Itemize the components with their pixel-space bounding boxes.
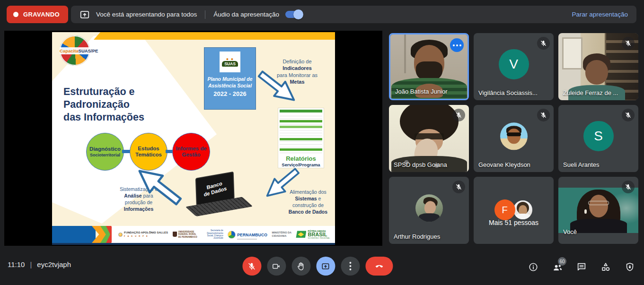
chat-button[interactable] xyxy=(576,261,587,273)
divider xyxy=(205,10,205,19)
feeding-text: Alimentação dos Sistemas e construção de… xyxy=(283,189,333,215)
logo-word-1: Capacita xyxy=(60,48,79,53)
plan-line1: Plano Municipal de xyxy=(207,76,252,82)
feed-l2: e xyxy=(317,196,321,201)
feed-l4: Banco de Dados xyxy=(283,209,333,216)
leave-call-button[interactable] xyxy=(365,257,393,276)
avatar-letter: F xyxy=(502,205,507,216)
host-controls-button[interactable] xyxy=(624,261,635,273)
presenting-banner: Você está apresentando para todos Áudio … xyxy=(71,6,636,23)
tile-voce[interactable]: Você xyxy=(558,177,638,244)
mic-off-icon xyxy=(537,37,550,50)
suas-logo: ● ● SUAS xyxy=(220,52,240,72)
fundacao-text: FUNDAÇÃO APOLÔNIO SALLES xyxy=(124,231,168,234)
raise-hand-button[interactable] xyxy=(291,257,310,276)
circle-estudos-l1: Estudos xyxy=(138,146,159,152)
indicators-l2: Indicadores xyxy=(271,65,324,71)
plan-municipal-box: ● ● SUAS Plano Municipal de Assistência … xyxy=(204,47,256,110)
stop-presenting-button[interactable]: Parar apresentação xyxy=(572,11,628,18)
feed-l1: Alimentação dos xyxy=(283,189,333,196)
recording-dot-icon xyxy=(13,12,18,17)
present-screen-icon xyxy=(79,9,90,20)
plan-line2: Assistência Social xyxy=(208,82,252,89)
avatar-letter: S xyxy=(594,129,603,144)
slide-title-line2: Padronização xyxy=(63,98,177,111)
meeting-code: eyc2tvjaph xyxy=(37,260,71,268)
bottom-bar: 11:10 | eyc2tvjaph xyxy=(0,247,644,285)
fundacao-subtext: F A D U R P E xyxy=(124,235,149,237)
activities-button[interactable] xyxy=(600,261,611,273)
circle-informes-l1: Informes de xyxy=(176,146,206,152)
clock: 11:10 xyxy=(8,260,25,268)
mic-off-icon xyxy=(622,37,635,50)
report-title: Relatórios xyxy=(280,155,322,162)
presentation-audio-label: Áudio da apresentação xyxy=(213,11,279,18)
camera-toggle-button[interactable] xyxy=(267,257,286,276)
logo-word-2: SUAS/PE xyxy=(79,48,98,53)
mic-off-icon xyxy=(452,181,465,193)
participant-name: Geovane Kleydson xyxy=(478,161,530,168)
footer-blue-band xyxy=(52,226,96,243)
avatar-photo xyxy=(415,194,443,222)
ufrpe-crest-icon xyxy=(173,232,177,237)
presenting-label: Você está apresentando para todos xyxy=(96,11,197,18)
capacitasuas-logo: CapacitaSUAS/PE xyxy=(60,35,90,66)
tile-arthur[interactable]: Arthur Rodrigues xyxy=(389,177,469,244)
participant-name: Zuleide Ferraz de ... xyxy=(563,89,618,96)
tile-more-people[interactable]: F Mais 51 pessoas xyxy=(474,177,554,244)
recording-badge: GRAVANDO xyxy=(7,6,68,23)
tile-joao-batista[interactable]: João Batista Junior xyxy=(389,33,469,100)
avatar: S xyxy=(583,121,614,151)
panel-buttons: 60 xyxy=(528,261,635,273)
presentation-audio-toggle[interactable] xyxy=(285,11,302,18)
report-header-bar xyxy=(280,110,322,112)
presentation-stage[interactable]: CapacitaSUAS/PE Estruturação e Padroniza… xyxy=(4,31,382,246)
meeting-info: 11:10 | eyc2tvjaph xyxy=(8,260,71,268)
circle-diagnostico-l2: Socioterritorial xyxy=(90,153,120,157)
tile-options-button[interactable] xyxy=(450,38,464,52)
meeting-details-button[interactable] xyxy=(528,261,539,273)
more-people-label: Mais 51 pessoas xyxy=(474,219,554,226)
mic-off-icon xyxy=(537,109,550,121)
more-options-button[interactable] xyxy=(341,257,360,276)
logo-ufrpe: UNIVERSIDADE FEDERAL RURALDE PERNAMBUCO xyxy=(173,231,198,238)
avatar-letter: V xyxy=(509,57,518,72)
footer-navy-line xyxy=(52,243,335,245)
brasil-gov-text: GOVERNO FEDERAL xyxy=(308,237,330,239)
tile-sueli[interactable]: S Sueli Arantes xyxy=(558,105,638,172)
logo-ministerio: MINISTÉRIO DACIDADANIA xyxy=(272,231,292,238)
present-button[interactable] xyxy=(316,257,335,276)
tile-spsd[interactable]: SPSD dpsb Goiana xyxy=(389,105,469,172)
sys-l2-bold: Análise xyxy=(124,193,141,199)
report-image: Relatórios Serviço/Programa xyxy=(278,108,324,168)
logo-secretaria: Secretaria de Desenvolvimento Social, Cr… xyxy=(203,229,223,240)
participant-count-badge: 60 xyxy=(558,257,566,266)
avatar: V xyxy=(499,49,529,79)
mic-toggle-button[interactable] xyxy=(242,257,261,276)
circle-diagnostico: Diagnóstico Socioterritorial xyxy=(86,133,124,171)
more-people-avatars: F xyxy=(494,199,533,220)
toggle-knob xyxy=(293,9,303,19)
report-section-bar xyxy=(280,148,322,151)
participant-name: Vigilância Sociassis... xyxy=(478,89,538,96)
tile-vigilancia[interactable]: V Vigilância Sociassis... xyxy=(474,33,554,100)
participants-grid: João Batista Junior V Vigilância Sociass… xyxy=(389,33,638,244)
secretaria-text: Secretaria de Desenvolvimento Social, Cr… xyxy=(203,229,223,240)
circle-informes: Informes de Gestão xyxy=(172,133,210,171)
participants-button[interactable]: 60 xyxy=(552,261,563,273)
divider: | xyxy=(30,260,32,268)
tile-geovane[interactable]: Geovane Kleydson xyxy=(474,105,554,172)
participant-name: Arthur Rodrigues xyxy=(394,233,440,240)
participant-name: Você xyxy=(563,228,577,235)
tile-zuleide[interactable]: Zuleide Ferraz de ... xyxy=(558,33,638,100)
feed-l2-bold: Sistemas xyxy=(295,196,317,201)
sys-l4: Informações xyxy=(113,206,165,213)
pernambuco-seal-icon xyxy=(228,231,236,239)
feed-l3: construção de xyxy=(283,202,333,209)
recording-label: GRAVANDO xyxy=(23,11,60,18)
ministerio-text2: CIDADANIA xyxy=(272,234,287,237)
pernambuco-text: PERNAMBUCO xyxy=(237,233,267,237)
avatar-photo xyxy=(512,199,533,220)
avatar: F xyxy=(494,199,515,220)
slide-title-line1: Estruturação e xyxy=(63,86,177,98)
